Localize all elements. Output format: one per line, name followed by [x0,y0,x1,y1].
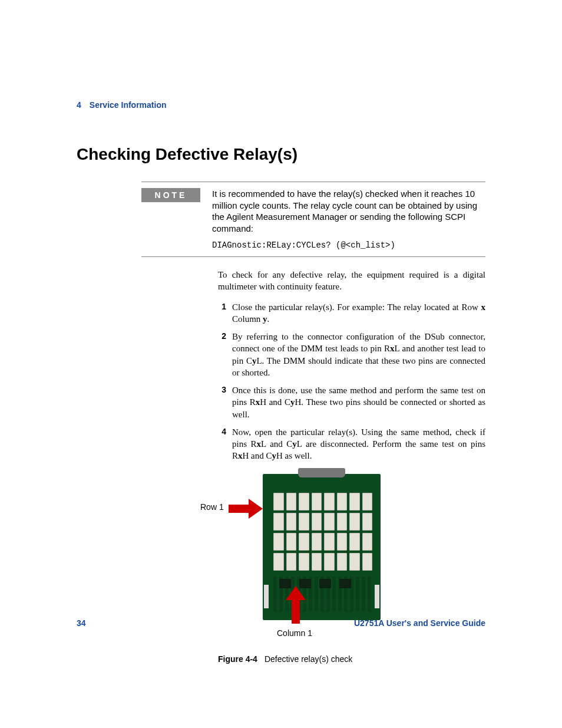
step-text: By referring to the connector configurat… [232,331,485,378]
step-number: 4 [218,426,226,462]
intro-paragraph: To check for any defective relay, the eq… [218,269,485,293]
step-text: Now, open the particular relay(s). Using… [232,426,485,462]
step-text: Once this is done, use the same method a… [232,384,485,420]
step-text: Close the particular relay(s). For examp… [232,301,485,325]
pcb-photo [263,474,381,620]
figure-caption: Figure 4-4Defective relay(s) check [218,654,485,664]
side-connector-icon [375,585,379,608]
side-connector-icon [264,585,269,608]
note-body: It is recommended to have the relay(s) c… [212,189,477,233]
dsub-connector-icon [298,468,345,477]
step-2: 2 By referring to the connector configur… [218,331,485,378]
scpi-command: DIAGnostic:RELay:CYCLes? (@<ch_list>) [212,240,485,251]
step-number: 3 [218,384,226,420]
step-4: 4 Now, open the particular relay(s). Usi… [218,426,485,462]
page-footer: 34 U2751A User's and Service Guide [77,618,485,628]
step-number: 1 [218,301,226,325]
guide-title: U2751A User's and Service Guide [354,618,485,628]
relay-grid [273,493,372,571]
figure-caption-text: Defective relay(s) check [265,654,352,664]
section-title: Checking Defective Relay(s) [77,145,485,164]
chapter-number: 4 [77,100,81,110]
step-3: 3 Once this is done, use the same method… [218,384,485,420]
note-label: NOTE [141,188,200,202]
chapter-header: 4Service Information [77,100,485,110]
step-number: 2 [218,331,226,378]
row-label: Row 1 [200,502,224,512]
note-block: NOTE It is recommended to have the relay… [141,182,485,257]
page-number: 34 [77,618,86,628]
step-1: 1 Close the particular relay(s). For exa… [218,301,485,325]
chapter-title: Service Information [90,100,167,110]
figure-name: Figure 4-4 [218,654,257,664]
column-label: Column 1 [277,628,312,638]
note-text: It is recommended to have the relay(s) c… [212,188,485,251]
